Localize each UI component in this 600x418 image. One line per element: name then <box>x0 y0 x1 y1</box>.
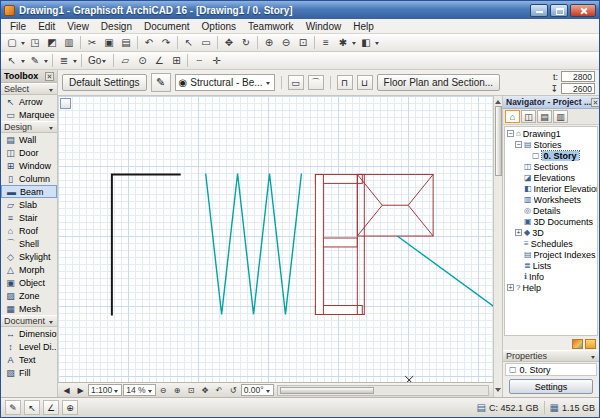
cut-icon[interactable]: ✂ <box>84 35 100 50</box>
collapse-icon[interactable]: − <box>515 141 522 148</box>
toolbox-section-design[interactable]: Design <box>1 121 57 133</box>
angle-status-icon[interactable]: ∠ <box>43 400 59 415</box>
settings-button[interactable]: Settings <box>509 379 593 394</box>
toolbox-section-document[interactable]: Document <box>1 315 57 327</box>
beam-tool-icon[interactable]: ✎ <box>151 73 171 92</box>
forward-icon[interactable]: ▶ <box>74 384 87 397</box>
tree-item-sections[interactable]: ◫Sections <box>505 161 597 172</box>
tool-skylight[interactable]: ◇Skylight <box>1 250 57 263</box>
scrollbar-thumb[interactable] <box>280 387 375 394</box>
zoom-in-icon[interactable]: ⊕ <box>261 35 277 50</box>
tree-item-project-indexes[interactable]: ▤Project Indexes <box>505 249 597 260</box>
tool-column[interactable]: ▯Column <box>1 172 57 185</box>
tree-item-interior-elevations[interactable]: ◧Interior Elevations <box>505 183 597 194</box>
drawing-svg[interactable] <box>58 96 493 382</box>
tree-item-lists[interactable]: ≣Lists <box>505 260 597 271</box>
tree-item-0-story[interactable]: ▢0. Story <box>505 150 597 161</box>
snap-points-icon[interactable]: ⊙ <box>134 53 150 68</box>
rotate-icon[interactable]: ↻ <box>238 35 254 50</box>
maximize-button[interactable] <box>550 4 568 17</box>
zoom-out-icon[interactable]: ⊖ <box>157 384 170 397</box>
pan-icon[interactable]: ✥ <box>199 384 212 397</box>
close-button[interactable] <box>570 4 596 17</box>
orientation-combo[interactable]: 0.00° <box>241 384 274 396</box>
pen-set-icon[interactable]: ✎ <box>27 53 43 68</box>
coordinates-icon[interactable]: ✛ <box>208 53 224 68</box>
scrollbar-thumb[interactable] <box>495 106 502 176</box>
tool-zone[interactable]: ▨Zone <box>1 289 57 302</box>
menu-options[interactable]: Options <box>196 19 242 33</box>
tree-item-details[interactable]: ◎Details <box>505 205 597 216</box>
default-settings-button[interactable]: Default Settings <box>62 74 147 91</box>
tool-window[interactable]: ⊞Window <box>1 159 57 172</box>
layer-combo[interactable]: ◉ Structural - Be... <box>175 74 275 91</box>
rotate-view-icon[interactable]: ↺ <box>227 384 240 397</box>
tool-wall[interactable]: ▤Wall <box>1 133 57 146</box>
expand-icon[interactable]: + <box>507 284 514 291</box>
select-mode-icon[interactable]: ↖ <box>4 53 20 68</box>
tree-item-drawing1[interactable]: −⌂Drawing1 <box>505 128 597 139</box>
toolbox-section-select[interactable]: Select <box>1 83 57 95</box>
tool-stair[interactable]: ≡Stair <box>1 211 57 224</box>
tool-marquee[interactable]: ▭Marquee <box>1 108 57 121</box>
virtual-trace-icon[interactable]: ▱ <box>117 53 133 68</box>
tab-publisher[interactable]: ▥ <box>553 110 568 123</box>
dashed-line-icon[interactable]: ┄ <box>191 53 207 68</box>
close-icon[interactable] <box>45 72 54 81</box>
vertical-scrollbar[interactable] <box>493 96 502 397</box>
3d-window-icon[interactable]: ◧ <box>358 35 374 50</box>
zoom-combo[interactable]: 14 % <box>123 384 155 396</box>
paste-icon[interactable]: ▤ <box>118 35 134 50</box>
menu-edit[interactable]: Edit <box>32 19 61 33</box>
tree-item-3d[interactable]: +◆3D <box>505 227 597 238</box>
tab-view-map[interactable]: ◫ <box>521 110 536 123</box>
grid-snap-icon[interactable]: ⊞ <box>168 53 184 68</box>
scroll-up-icon[interactable] <box>495 97 501 104</box>
pen-status-icon[interactable]: ✎ <box>5 400 21 415</box>
save-icon[interactable]: ◩ <box>44 35 60 50</box>
select-mode-dropdown-icon[interactable] <box>21 60 25 65</box>
3d-dropdown-icon[interactable] <box>375 42 379 47</box>
menu-help[interactable]: Help <box>347 19 380 33</box>
height-field[interactable]: 2600 <box>561 83 595 94</box>
tree-item-elevations[interactable]: ◪Elevations <box>505 172 597 183</box>
menu-window[interactable]: Window <box>300 19 348 33</box>
marquee-icon[interactable]: ▭ <box>198 35 214 50</box>
tool-slab[interactable]: ▱Slab <box>1 198 57 211</box>
tab-project-map[interactable]: ⌂ <box>505 110 520 123</box>
move-icon[interactable]: ✥ <box>221 35 237 50</box>
back-icon[interactable]: ◀ <box>60 384 73 397</box>
select-arrow-icon[interactable]: ↖ <box>181 35 197 50</box>
pen-set-dropdown-icon[interactable] <box>44 60 48 65</box>
titlebar[interactable]: Drawing1 - Graphisoft ArchiCAD 16 - [Dra… <box>1 1 599 19</box>
tool-beam[interactable]: ▬Beam <box>1 185 57 198</box>
tool-roof[interactable]: ⌂Roof <box>1 224 57 237</box>
zoom-out-icon[interactable]: ⊖ <box>278 35 294 50</box>
expand-icon[interactable]: + <box>515 229 522 236</box>
open-icon[interactable]: ◳ <box>27 35 43 50</box>
current-story-row[interactable]: ▢ 0. Story <box>505 363 597 376</box>
pet-palette-button[interactable] <box>60 98 71 109</box>
properties-header[interactable]: Properties <box>503 350 599 362</box>
fit-icon[interactable]: ⊡ <box>185 384 198 397</box>
collapse-icon[interactable]: − <box>507 130 514 137</box>
previous-zoom-icon[interactable]: ↶ <box>213 384 226 397</box>
tree-item-3d-documents[interactable]: ▣3D Documents <box>505 216 597 227</box>
new-icon[interactable]: ▢ <box>4 35 20 50</box>
zoom-in-icon[interactable]: ⊕ <box>171 384 184 397</box>
drawing-canvas[interactable] <box>58 96 493 382</box>
tool-level-dimension[interactable]: ↕Level Di... <box>1 340 57 353</box>
redo-icon[interactable]: ↷ <box>158 35 174 50</box>
tree-item-info[interactable]: ℹInfo <box>505 271 597 282</box>
thickness-field[interactable]: 2800 <box>561 71 595 82</box>
tool-mesh[interactable]: ▦Mesh <box>1 302 57 315</box>
guide-lines-icon[interactable]: ∠ <box>151 53 167 68</box>
tool-door[interactable]: ◫Door <box>1 146 57 159</box>
menu-design[interactable]: Design <box>95 19 138 33</box>
tool-morph[interactable]: △Morph <box>1 263 57 276</box>
tree-item-worksheets[interactable]: ▥Worksheets <box>505 194 597 205</box>
menu-view[interactable]: View <box>61 19 95 33</box>
menu-file[interactable]: File <box>4 19 32 33</box>
fit-in-window-icon[interactable]: ⊡ <box>295 35 311 50</box>
close-icon[interactable] <box>591 98 599 107</box>
